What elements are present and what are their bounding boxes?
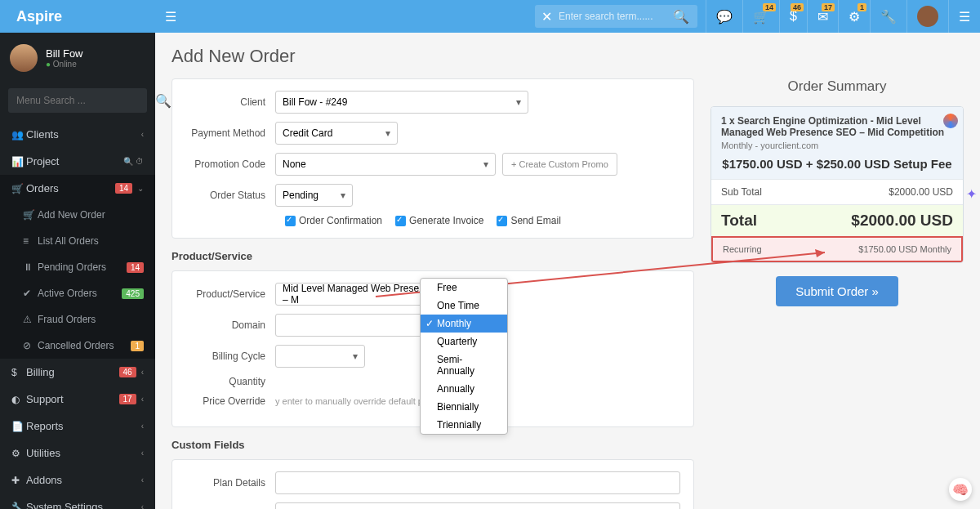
more-menu-icon[interactable]: ☰ xyxy=(948,0,980,33)
menu-search: 🔍 xyxy=(8,88,147,113)
menu-search-input[interactable] xyxy=(8,95,147,106)
contract-input[interactable] xyxy=(275,502,680,509)
nav-fraud-orders[interactable]: ⚠Fraud Orders xyxy=(0,306,155,333)
status-select[interactable]: Pending xyxy=(275,184,353,207)
nav-cancelled-orders[interactable]: ⊘Cancelled Orders1 xyxy=(0,333,155,359)
billing-icon[interactable]: $46 xyxy=(779,0,807,33)
payment-method-select[interactable]: Credit Card xyxy=(275,122,398,145)
dropdown-option[interactable]: Annually xyxy=(421,380,507,398)
sidebar-user[interactable]: Bill Fow Online xyxy=(0,33,155,83)
client-label: Client xyxy=(185,96,275,108)
user-avatar[interactable] xyxy=(906,0,948,33)
nav-utilities[interactable]: ⚙Utilities‹ xyxy=(0,440,155,467)
messages-icon[interactable]: ✉17 xyxy=(807,0,838,33)
order-summary: 1 x Search Engine Optimization - Mid Lev… xyxy=(710,106,964,263)
nav-project[interactable]: 📊Project🔍 ⏱ xyxy=(0,148,155,175)
nav-active-orders[interactable]: ✔Active Orders425 xyxy=(0,280,155,306)
dropdown-option[interactable]: One Time xyxy=(421,297,507,315)
billing-cycle-dropdown: FreeOne TimeMonthlyQuarterlySemi-Annuall… xyxy=(420,278,508,435)
main-content: Add New Order ClientBill Fow - #249 Paym… xyxy=(155,33,980,509)
dropdown-option[interactable]: Quarterly xyxy=(421,333,507,350)
user-name: Bill Fow xyxy=(46,47,83,60)
product-section-title: Product/Service xyxy=(172,250,694,262)
search-icon[interactable]: 🔍 xyxy=(665,9,697,25)
nav-orders[interactable]: 🛒Orders14⌄ xyxy=(0,175,155,202)
billing-cycle-select[interactable] xyxy=(275,345,365,368)
sparkle-icon: ✦ xyxy=(966,186,977,202)
brand-logo: Aspire xyxy=(0,8,155,25)
nav-clients[interactable]: 👥Clients‹ xyxy=(0,121,155,148)
summary-recurring: Recurring$1750.00 USD Monthly xyxy=(711,236,963,262)
search-clear-icon[interactable]: ✕ xyxy=(535,9,559,25)
menu-toggle-icon[interactable]: ☰ xyxy=(155,9,186,25)
settings-icon[interactable]: ⚙1 xyxy=(838,0,870,33)
submit-order-button[interactable]: Submit Order » xyxy=(776,276,898,306)
dropdown-option[interactable]: Monthly xyxy=(421,315,507,333)
nav-pending-orders[interactable]: ⏸Pending Orders14 xyxy=(0,254,155,280)
summary-title: Order Summary xyxy=(710,78,964,95)
nav-support[interactable]: ◐Support17‹ xyxy=(0,386,155,413)
custom-fields-title: Custom Fields xyxy=(172,439,694,451)
payment-method-label: Payment Method xyxy=(185,127,275,139)
order-panel: ClientBill Fow - #249 Payment MethodCred… xyxy=(172,78,694,239)
avatar xyxy=(10,44,38,72)
chk-send-email[interactable]: Send Email xyxy=(497,215,560,226)
nav-addons[interactable]: ✚Addons‹ xyxy=(0,467,155,493)
cart-icon[interactable]: 🛒14 xyxy=(742,0,779,33)
nav-reports[interactable]: 📄Reports‹ xyxy=(0,413,155,440)
summary-meta: Monthly - yourclient.com xyxy=(721,141,953,150)
chk-order-confirm[interactable]: Order Confirmation xyxy=(285,215,382,226)
chat-icon[interactable]: 💬 xyxy=(706,0,742,33)
promo-select[interactable]: None xyxy=(275,153,496,176)
plan-label: Plan Details xyxy=(185,477,275,489)
summary-total: Total$2000.00 USD xyxy=(711,204,963,236)
nav-billing[interactable]: $Billing46‹ xyxy=(0,359,155,386)
client-select[interactable]: Bill Fow - #249 xyxy=(275,91,528,114)
create-promo-button[interactable]: + Create Custom Promo xyxy=(502,153,617,176)
dropdown-option[interactable]: Free xyxy=(421,279,507,297)
user-status: Online xyxy=(46,60,83,69)
quantity-label: Quantity xyxy=(185,376,275,387)
search-input[interactable] xyxy=(559,11,665,22)
dropdown-option[interactable]: Biennially xyxy=(421,398,507,416)
dropdown-option[interactable]: Semi-Annually xyxy=(421,350,507,380)
override-label: Price Override xyxy=(185,395,275,407)
billing-cycle-label: Billing Cycle xyxy=(185,350,275,362)
product-label: Product/Service xyxy=(185,288,275,300)
nav-system[interactable]: 🔧System Settings‹ xyxy=(0,493,155,509)
summary-subtotal: Sub Total$2000.00 USD xyxy=(711,179,963,204)
custom-fields-panel: Plan Details Contract Length xyxy=(172,459,694,509)
chk-gen-invoice[interactable]: Generate Invoice xyxy=(395,215,483,226)
top-bar: Aspire ☰ ✕ 🔍 💬 🛒14 $46 ✉17 ⚙1 🔧 ☰ xyxy=(0,0,980,33)
summary-price: $1750.00 USD + $250.00 USD Setup Fee xyxy=(721,157,953,171)
promo-label: Promotion Code xyxy=(185,159,275,170)
global-search: ✕ 🔍 xyxy=(535,5,697,28)
page-title: Add New Order xyxy=(172,46,964,67)
dropdown-option[interactable]: Triennially xyxy=(421,416,507,434)
tools-icon[interactable]: 🔧 xyxy=(870,0,906,33)
nav-add-order[interactable]: 🛒Add New Order xyxy=(0,202,155,228)
sidebar: Bill Fow Online 🔍 👥Clients‹ 📊Project🔍 ⏱ … xyxy=(0,33,155,509)
assistant-icon[interactable]: 🧠 xyxy=(949,478,972,501)
plan-input[interactable] xyxy=(275,471,680,494)
summary-product: 1 x Search Engine Optimization - Mid Lev… xyxy=(721,115,953,138)
domain-label: Domain xyxy=(185,319,275,331)
status-label: Order Status xyxy=(185,190,275,201)
nav-list-orders[interactable]: ≡List All Orders xyxy=(0,228,155,254)
product-icon xyxy=(943,114,958,128)
